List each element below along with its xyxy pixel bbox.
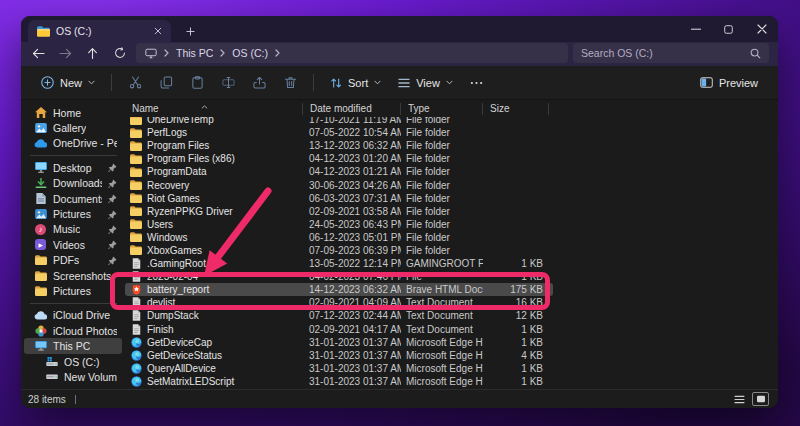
new-tab-button[interactable] bbox=[180, 21, 200, 41]
breadcrumb-item-this-pc[interactable]: This PC bbox=[176, 47, 213, 59]
edge-icon bbox=[130, 337, 142, 348]
sidebar-item-label: Screenshots bbox=[53, 270, 111, 282]
search-box[interactable] bbox=[573, 43, 769, 63]
file-row-dumpstack[interactable]: DumpStack07-12-2023 02:44 AMText Documen… bbox=[125, 309, 553, 322]
preview-toggle[interactable]: Preview bbox=[692, 70, 766, 96]
sidebar-item-pictures[interactable]: Pictures bbox=[24, 206, 122, 221]
date-modified-cell: 14-12-2023 06:32 AM bbox=[303, 284, 401, 295]
rename-icon[interactable] bbox=[213, 70, 243, 96]
file-name-cell: XboxGames bbox=[125, 245, 303, 256]
refresh-icon[interactable] bbox=[106, 43, 133, 63]
folder-icon bbox=[130, 219, 142, 229]
drive-windows-icon bbox=[45, 357, 58, 366]
file-row-recovery[interactable]: Recovery30-06-2023 04:26 AMFile folder bbox=[125, 178, 553, 191]
size-cell: 1 KB bbox=[483, 258, 549, 269]
up-icon[interactable] bbox=[79, 43, 106, 63]
share-icon[interactable] bbox=[244, 70, 274, 96]
file-row-programdata[interactable]: ProgramData04-12-2023 01:21 AMFile folde… bbox=[125, 165, 553, 178]
pin-icon bbox=[108, 179, 117, 188]
file-row-2023-02-04[interactable]: 2023-02-0404-02-2023 07:46 PMFile1 KB bbox=[125, 270, 553, 283]
tab-os-c[interactable]: OS (C:) bbox=[28, 20, 171, 42]
column-header-name[interactable]: Name bbox=[125, 103, 303, 115]
size-cell: 1 KB bbox=[483, 363, 549, 374]
type-cell: Microsoft Edge HTM... bbox=[401, 376, 483, 387]
sidebar-item-home[interactable]: Home bbox=[24, 105, 122, 120]
edge-icon bbox=[130, 376, 142, 387]
sidebar-item-icloud-photos[interactable]: iCloud Photos bbox=[24, 323, 122, 338]
file-row-riot-games[interactable]: Riot Games06-03-2023 07:31 AMFile folder bbox=[125, 192, 553, 205]
sidebar-item-downloads[interactable]: Downloads bbox=[24, 176, 122, 191]
file-row-gamingroot[interactable]: .GamingRoot13-05-2022 12:14 PMGAMINGROOT… bbox=[125, 257, 553, 270]
file-row-getdevicestatus[interactable]: GetDeviceStatus31-01-2023 01:37 AMMicros… bbox=[125, 349, 553, 362]
more-options-icon[interactable] bbox=[462, 70, 492, 96]
file-row-getdevicecap[interactable]: GetDeviceCap31-01-2023 01:37 AMMicrosoft… bbox=[125, 336, 553, 349]
file-row-perflogs[interactable]: PerfLogs07-05-2022 10:54 AMFile folder bbox=[125, 126, 553, 139]
minimize-button[interactable] bbox=[679, 16, 712, 42]
sidebar-item-gallery[interactable]: Gallery bbox=[24, 120, 122, 135]
file-row-ryzenppkg-driver[interactable]: RyzenPPKG Driver02-09-2021 03:58 AMFile … bbox=[125, 205, 553, 218]
sidebar-item-new-volume-d[interactable]: New Volume (D: bbox=[24, 369, 122, 384]
large-icons-view-icon[interactable] bbox=[752, 392, 769, 406]
sidebar-item-videos[interactable]: ▶Videos bbox=[24, 237, 122, 252]
folder-icon bbox=[130, 193, 142, 203]
onedrive-icon bbox=[34, 139, 47, 148]
pin-icon bbox=[108, 240, 117, 249]
file-row-queryalldevice[interactable]: QueryAllDevice31-01-2023 01:37 AMMicroso… bbox=[125, 362, 553, 375]
file-row-setmatrixledscript[interactable]: SetMatrixLEDScript31-01-2023 01:37 AMMic… bbox=[125, 375, 553, 388]
date-modified-cell: 07-09-2023 06:39 PM bbox=[303, 245, 401, 256]
column-header-size[interactable]: Size bbox=[483, 103, 549, 115]
desktop-icon bbox=[34, 162, 47, 173]
file-row-battery-report[interactable]: battery_report14-12-2023 06:32 AMBrave H… bbox=[125, 283, 553, 296]
sidebar-item-this-pc[interactable]: This PC bbox=[24, 338, 122, 353]
pin-icon bbox=[108, 210, 117, 219]
sort-button[interactable]: Sort bbox=[322, 70, 389, 96]
file-name-cell: battery_report bbox=[125, 284, 303, 295]
details-view-icon[interactable] bbox=[731, 392, 748, 406]
forward-icon[interactable] bbox=[52, 43, 79, 63]
close-button[interactable] bbox=[745, 16, 778, 42]
folder-icon bbox=[130, 128, 142, 138]
folder-icon bbox=[130, 141, 142, 151]
file-name-cell: SetMatrixLEDScript bbox=[125, 376, 303, 387]
date-modified-cell: 07-12-2023 02:44 AM bbox=[303, 310, 401, 321]
sidebar-item-desktop[interactable]: Desktop bbox=[24, 160, 122, 175]
file-name: GetDeviceStatus bbox=[147, 350, 222, 361]
file-row-program-files[interactable]: Program Files13-12-2023 06:32 AMFile fol… bbox=[125, 139, 553, 152]
new-button[interactable]: New bbox=[33, 70, 103, 96]
type-cell: File folder bbox=[401, 206, 483, 217]
view-button[interactable]: View bbox=[390, 70, 461, 96]
cut-icon[interactable] bbox=[120, 70, 150, 96]
file-row-users[interactable]: Users24-05-2023 06:43 PMFile folder bbox=[125, 218, 553, 231]
copy-icon[interactable] bbox=[151, 70, 181, 96]
tab-close-icon[interactable] bbox=[150, 24, 165, 39]
file-name: ProgramData bbox=[147, 166, 206, 177]
sidebar-item-onedrive-person[interactable]: OneDrive - Person bbox=[24, 136, 122, 151]
items-count: 28 items bbox=[28, 394, 66, 405]
paste-icon[interactable] bbox=[182, 70, 212, 96]
sidebar-item-pictures[interactable]: Pictures bbox=[24, 283, 122, 298]
sidebar-item-screenshots[interactable]: Screenshots bbox=[24, 268, 122, 283]
file-row-program-files-x86[interactable]: Program Files (x86)04-12-2023 01:20 AMFi… bbox=[125, 152, 553, 165]
file-row-windows[interactable]: Windows06-12-2023 05:01 PMFile folder bbox=[125, 231, 553, 244]
column-header-date-modified[interactable]: Date modified bbox=[303, 103, 401, 115]
sidebar-item-documents[interactable]: Documents bbox=[24, 191, 122, 206]
sidebar-item-music[interactable]: ♪Music bbox=[24, 222, 122, 237]
new-button-label: New bbox=[60, 77, 82, 89]
statusbar-divider bbox=[75, 395, 76, 404]
breadcrumb-item-os-c[interactable]: OS (C:) bbox=[232, 47, 268, 59]
delete-icon[interactable] bbox=[275, 70, 305, 96]
file-name: PerfLogs bbox=[147, 127, 187, 138]
sidebar-item-icloud-drive[interactable]: iCloud Drive bbox=[24, 308, 122, 323]
sidebar-item-os-c[interactable]: OS (C:) bbox=[24, 354, 122, 369]
search-input[interactable] bbox=[581, 47, 750, 59]
file-row-xboxgames[interactable]: XboxGames07-09-2023 06:39 PMFile folder bbox=[125, 244, 553, 257]
back-icon[interactable] bbox=[25, 43, 52, 63]
maximize-button[interactable] bbox=[712, 16, 745, 42]
file-row-finish[interactable]: Finish02-09-2021 04:17 AMText Document1 … bbox=[125, 323, 553, 336]
file-row-devlist[interactable]: devlist02-09-2021 04:09 AMText Document1… bbox=[125, 296, 553, 309]
column-header-type[interactable]: Type bbox=[401, 103, 483, 115]
size-cell: 1 KB bbox=[483, 376, 549, 387]
type-cell: Microsoft Edge HTM... bbox=[401, 363, 483, 374]
sidebar-item-pdfs[interactable]: PDFs bbox=[24, 253, 122, 268]
file-row-onedrivetemp[interactable]: OneDriveTemp17-10-2021 11:19 AMFile fold… bbox=[125, 117, 553, 126]
